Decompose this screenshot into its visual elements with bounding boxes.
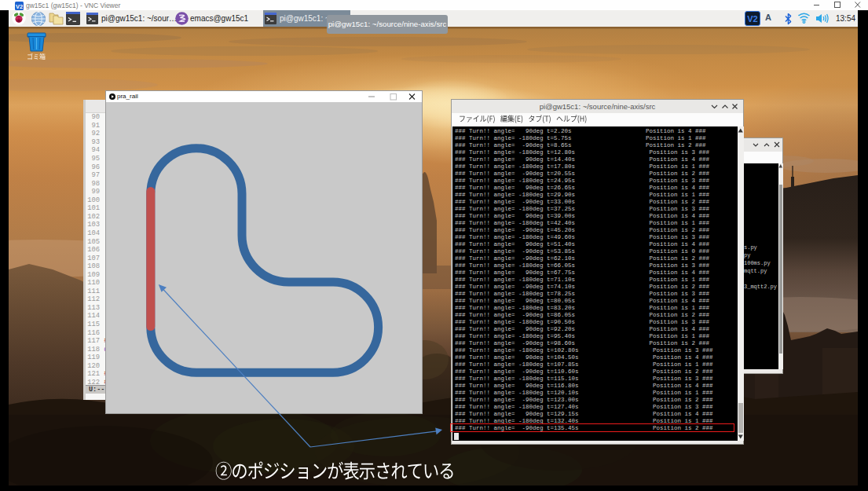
svg-text:V2: V2	[16, 2, 23, 9]
